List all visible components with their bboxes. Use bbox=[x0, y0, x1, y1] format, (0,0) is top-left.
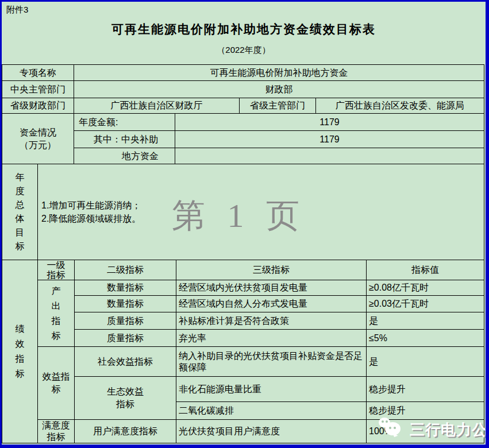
prov-dept-value: 广西壮族自治区发改委、能源局 bbox=[316, 98, 484, 114]
table-row: 质量指标 补贴标准计算是否符合政策 是 bbox=[2, 312, 484, 330]
prov-dept-label: 省级主管部门 bbox=[240, 98, 316, 114]
table-row: 产出指标 数量指标 经营区域内光伏扶贫项目发电量 ≥0.08亿千瓦时 bbox=[2, 280, 484, 296]
level3-cell: 二氧化碳减排 bbox=[176, 402, 367, 420]
annual-goal-section-label: 年度总体目标 bbox=[2, 164, 38, 260]
level1-group-output: 产出指标 bbox=[38, 280, 75, 347]
level3-cell: 纳入补助目录的光伏扶贫项目补贴资金是否足额保障 bbox=[176, 347, 367, 377]
table-row: 质量指标 弃光率 ≤5% bbox=[2, 330, 484, 347]
central-dept-label: 中央主管部门 bbox=[2, 81, 74, 98]
prov-finance-value: 广西壮族自治区财政厅 bbox=[74, 98, 240, 114]
funds-annual-label: 年度金额: bbox=[74, 114, 175, 131]
table-row: 省级财政部门 广西壮族自治区财政厅 省级主管部门 广西壮族自治区发改委、能源局 bbox=[2, 98, 484, 114]
table-row: 其中：中央补助 1179 bbox=[2, 131, 484, 148]
wechat-icon bbox=[390, 433, 398, 441]
table-row: 专项名称 可再生能源电价附加补助地方资金 bbox=[2, 65, 484, 81]
form-page: 附件3 可再生能源电价附加补助地方资金绩效目标表 （2022年度） 专项名称 可… bbox=[0, 0, 489, 448]
page-number-watermark: 第 1 页 bbox=[172, 194, 306, 238]
form-tables: 专项名称 可再生能源电价附加补助地方资金 中央主管部门 财政部 省级财政部门 广… bbox=[2, 64, 484, 443]
header-level3: 三级指标 bbox=[176, 260, 367, 280]
page-title: 可再生能源电价附加补助地方资金绩效目标表 bbox=[2, 2, 486, 37]
value-cell: ≥0.03亿千瓦时 bbox=[367, 296, 484, 312]
funds-section-label: 资金情况 （万元） bbox=[2, 114, 74, 164]
wechat-icon bbox=[394, 427, 396, 429]
level3-cell: 非化石能源电量比重 bbox=[176, 377, 367, 402]
funds-central-label: 其中：中央补助 bbox=[74, 131, 175, 148]
prov-finance-label: 省级财政部门 bbox=[2, 98, 74, 114]
value-cell: 是 bbox=[367, 347, 484, 377]
level2-cell: 质量指标 bbox=[75, 330, 176, 347]
table-row: 中央主管部门 财政部 bbox=[2, 81, 484, 98]
table-row: 数量指标 经营区域内自然人分布式发电量 ≥0.03亿千瓦时 bbox=[2, 296, 484, 312]
attachment-label: 附件3 bbox=[6, 5, 28, 16]
page-subtitle: （2022年度） bbox=[2, 45, 486, 56]
performance-vertical-text: 绩效指标 bbox=[15, 322, 25, 381]
level3-cell: 光伏扶贫项目用户满意度 bbox=[176, 420, 367, 443]
value-cell: ≤5% bbox=[367, 330, 484, 347]
table-row: 地方资金 bbox=[2, 148, 484, 164]
wechat-icon bbox=[382, 420, 384, 423]
funds-local-value bbox=[175, 148, 484, 164]
central-dept-value: 财政部 bbox=[74, 81, 484, 98]
level2-cell-eco: 生态效益 指标 bbox=[75, 377, 176, 420]
project-name-label: 专项名称 bbox=[2, 65, 74, 81]
wechat-icon bbox=[389, 427, 391, 429]
level2-cell: 用户满意度指标 bbox=[75, 420, 176, 443]
level2-cell: 数量指标 bbox=[75, 296, 176, 312]
level1-group-satisfaction: 满意度指标 bbox=[38, 420, 75, 443]
level1-output-vertical-text: 产出指标 bbox=[51, 284, 61, 343]
value-cell: 稳步提升 bbox=[367, 377, 484, 402]
brand-watermark-text: 三行电力公司 bbox=[410, 420, 489, 440]
value-cell: 是 bbox=[367, 312, 484, 330]
funds-table: 资金情况 （万元） 年度金额: 1179 其中：中央补助 1179 地方资金 bbox=[2, 113, 484, 164]
header-value: 指标值 bbox=[367, 260, 484, 280]
level3-cell: 经营区域内自然人分布式发电量 bbox=[176, 296, 367, 312]
basic-info-table: 专项名称 可再生能源电价附加补助地方资金 中央主管部门 财政部 省级财政部门 广… bbox=[2, 64, 484, 114]
table-row: 效益指标 社会效益指标 纳入补助目录的光伏扶贫项目补贴资金是否足额保障 是 bbox=[2, 347, 484, 377]
brand-watermark: 三行电力公司 bbox=[375, 413, 489, 442]
header-level2: 二级指标 bbox=[75, 260, 176, 280]
table-row: 生态效益 指标 非化石能源电量比重 稳步提升 bbox=[2, 377, 484, 402]
table-row: 绩效指标 一级 指标 二级指标 三级指标 指标值 bbox=[2, 260, 484, 280]
funds-annual-value: 1179 bbox=[175, 114, 484, 131]
level2-cell: 数量指标 bbox=[75, 280, 176, 296]
header-level1: 一级 指标 bbox=[38, 260, 75, 280]
project-name-value: 可再生能源电价附加补助地方资金 bbox=[74, 65, 484, 81]
table-row: 资金情况 （万元） 年度金额: 1179 bbox=[2, 114, 484, 131]
level1-group-benefit: 效益指标 bbox=[38, 347, 75, 420]
performance-section-label: 绩效指标 bbox=[2, 260, 38, 443]
level2-cell: 质量指标 bbox=[75, 312, 176, 330]
value-cell: ≥0.08亿千瓦时 bbox=[367, 280, 484, 296]
level3-cell: 弃光率 bbox=[176, 330, 367, 347]
level2-cell: 社会效益指标 bbox=[75, 347, 176, 377]
level3-cell: 经营区域内光伏扶贫项目发电量 bbox=[176, 280, 367, 296]
level3-cell: 补贴标准计算是否符合政策 bbox=[176, 312, 367, 330]
annual-goal-vertical-text: 年度总体目标 bbox=[15, 171, 25, 253]
wechat-icon bbox=[386, 420, 388, 423]
funds-local-label: 地方资金 bbox=[74, 148, 175, 164]
funds-central-value: 1179 bbox=[175, 131, 484, 148]
